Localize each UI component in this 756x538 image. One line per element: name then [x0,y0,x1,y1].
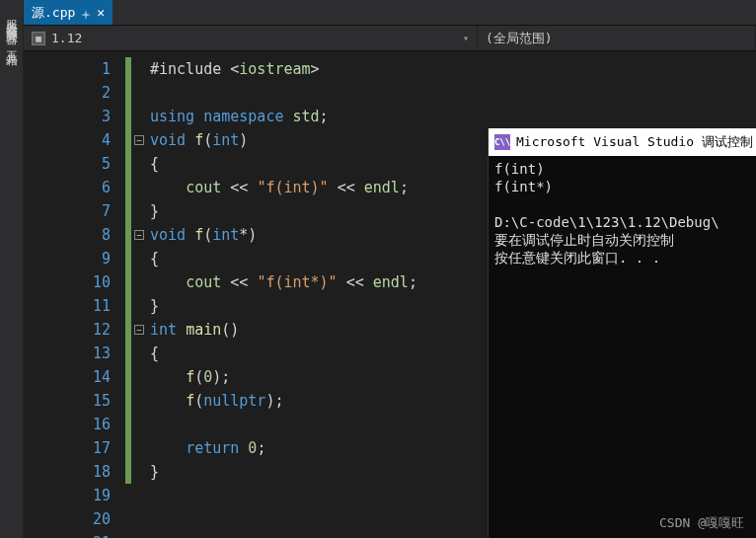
fold-toggle[interactable]: − [134,230,144,240]
line-number: 13 [24,342,111,365]
project-icon: ▦ [32,32,45,45]
line-number: 5 [24,152,111,176]
line-number: 11 [24,294,111,318]
line-number: 12 [24,318,111,342]
tab-strip: 源.cpp ✕ [24,0,756,26]
fold-column: − − − [132,51,146,538]
vs-icon: C\\ [494,134,510,150]
line-number: 4 [24,128,111,152]
nav-bar: ▦ 1.12 ▾ (全局范围) [24,26,756,51]
console-titlebar[interactable]: C\\ Microsoft Visual Studio 调试控制 [489,128,756,156]
line-number: 14 [24,365,111,389]
panel-server-explorer[interactable]: 服务器资源管理器 [3,10,20,26]
fold-toggle[interactable]: − [134,325,144,335]
nav-project-label: 1.12 [51,31,82,45]
line-number: 17 [24,436,111,460]
pin-icon[interactable] [81,8,91,18]
line-number: 8 [24,223,111,247]
side-toolbar: 服务器资源管理器 工具箱 [0,0,24,538]
line-number: 1 [24,57,111,81]
watermark: CSDN @嘎嘎旺 [659,514,744,532]
tab-source-cpp[interactable]: 源.cpp ✕ [24,0,113,25]
line-number: 16 [24,413,111,436]
debug-console-window[interactable]: C\\ Microsoft Visual Studio 调试控制 f(int) … [488,128,756,538]
fold-toggle[interactable]: − [134,135,144,145]
tab-label: 源.cpp [32,4,75,22]
line-number: 15 [24,389,111,413]
line-number: 2 [24,81,111,105]
nav-project-dropdown[interactable]: ▦ 1.12 ▾ [24,26,478,50]
line-number: 9 [24,247,111,270]
line-number: 7 [24,199,111,223]
nav-scope-dropdown[interactable]: (全局范围) [478,26,756,50]
nav-scope-label: (全局范围) [486,30,553,47]
close-icon[interactable]: ✕ [97,5,105,20]
change-margin [124,51,132,538]
line-number: 21 [24,531,111,538]
panel-toolbox[interactable]: 工具箱 [3,41,20,47]
line-number: 18 [24,460,111,484]
line-number: 6 [24,176,111,199]
chevron-down-icon: ▾ [463,33,469,43]
line-number: 19 [24,484,111,507]
line-number: 20 [24,507,111,531]
line-number: 10 [24,270,111,294]
console-output: f(int) f(int*) D:\C-code\1\123\1.12\Debu… [489,156,756,270]
line-number: 3 [24,105,111,128]
line-gutter: 1 2 3 4 5 6 7 8 9 10 11 12 13 14 15 16 1… [24,51,124,538]
console-title: Microsoft Visual Studio 调试控制 [516,133,753,151]
